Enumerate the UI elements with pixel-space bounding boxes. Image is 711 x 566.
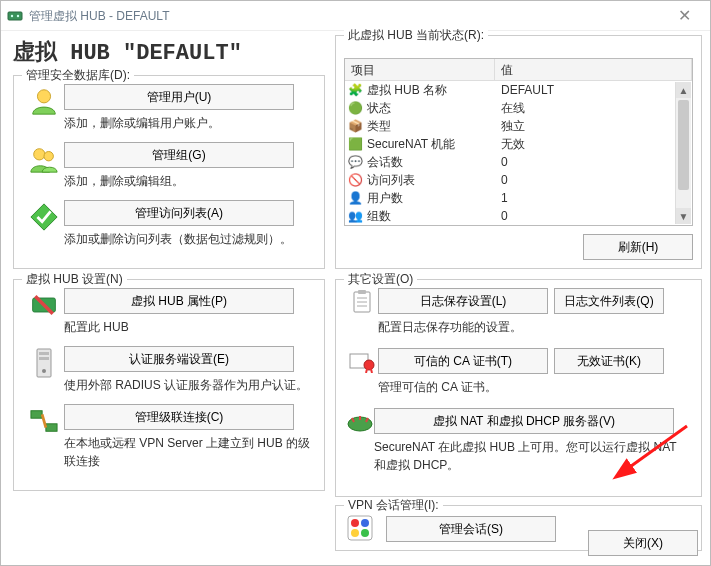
- svg-rect-21: [348, 516, 372, 540]
- status-row[interactable]: 👥组数0: [345, 207, 692, 225]
- status-row-icon: 👥: [345, 207, 365, 225]
- user-icon: [24, 84, 64, 118]
- svg-rect-14: [358, 290, 366, 294]
- svg-point-25: [361, 529, 369, 537]
- status-scrollbar[interactable]: ▲ ▼: [675, 82, 691, 224]
- auth-server-button[interactable]: 认证服务端设置(E): [64, 346, 294, 372]
- status-row-key: 用户数: [365, 189, 495, 207]
- hub-settings-group: 虚拟 HUB 设置(N) 虚拟 HUB 属性(P) 配置此 HUB 认证服务端设…: [13, 279, 325, 491]
- status-row[interactable]: 🟩SecureNAT 机能无效: [345, 135, 692, 153]
- other-settings-label: 其它设置(O): [344, 271, 417, 288]
- status-table: 项目 值 🧩虚拟 HUB 名称DEFAULT🟢状态在线📦类型独立🟩SecureN…: [344, 58, 693, 226]
- scroll-thumb[interactable]: [678, 100, 689, 190]
- col-header-value[interactable]: 值: [495, 59, 692, 80]
- close-button[interactable]: 关闭(X): [588, 530, 698, 556]
- status-row-value: 1: [495, 189, 692, 207]
- status-row[interactable]: 🧩虚拟 HUB 名称DEFAULT: [345, 81, 692, 99]
- scroll-up-button[interactable]: ▲: [676, 82, 691, 98]
- cascade-desc: 在本地或远程 VPN Server 上建立到 HUB 的级联连接: [64, 434, 314, 470]
- virtual-nat-dhcp-desc: SecureNAT 在此虚拟 HUB 上可用。您可以运行虚拟 NAT 和虚拟 D…: [374, 438, 691, 474]
- security-db-label: 管理安全数据库(D):: [22, 67, 134, 84]
- status-label: 此虚拟 HUB 当前状态(R):: [344, 27, 488, 44]
- svg-rect-0: [8, 12, 22, 20]
- status-row[interactable]: 🚫访问列表0: [345, 171, 692, 189]
- log-settings-desc: 配置日志保存功能的设置。: [378, 318, 664, 336]
- status-row-key: 组数: [365, 207, 495, 225]
- status-row-icon: 👤: [345, 189, 365, 207]
- status-row-value: 在线: [495, 99, 692, 117]
- ca-cert-button[interactable]: 可信的 CA 证书(T): [378, 348, 548, 374]
- window-title: 管理虚拟 HUB - DEFAULT: [29, 1, 169, 31]
- vpn-sessions-label: VPN 会话管理(I):: [344, 497, 443, 514]
- svg-point-19: [364, 360, 374, 370]
- group-icon: [24, 142, 64, 176]
- manage-groups-button[interactable]: 管理组(G): [64, 142, 294, 168]
- log-file-list-button[interactable]: 日志文件列表(Q): [554, 288, 664, 314]
- window-close-button[interactable]: ✕: [664, 1, 704, 31]
- status-row-key: 访问列表: [365, 171, 495, 189]
- router-icon: [346, 408, 374, 436]
- status-row-value: 0: [495, 207, 692, 225]
- hub-title: 虚拟 HUB "DEFAULT": [13, 37, 325, 67]
- svg-point-4: [34, 149, 45, 160]
- security-db-group: 管理安全数据库(D): 管理用户(U) 添加，删除或编辑用户账户。 管理组(G)…: [13, 75, 325, 269]
- svg-rect-12: [46, 424, 57, 431]
- status-row[interactable]: 🟢状态在线: [345, 99, 692, 117]
- status-row-icon: 📋: [345, 225, 365, 226]
- checkmark-icon: [24, 200, 64, 234]
- cascade-button[interactable]: 管理级联连接(C): [64, 404, 294, 430]
- svg-rect-11: [31, 411, 42, 418]
- status-row-icon: 🚫: [345, 171, 365, 189]
- status-row-icon: 🟢: [345, 99, 365, 117]
- manage-users-button[interactable]: 管理用户(U): [64, 84, 294, 110]
- svg-point-1: [11, 14, 13, 16]
- svg-rect-9: [39, 357, 49, 360]
- virtual-nat-dhcp-button[interactable]: 虚拟 NAT 和虚拟 DHCP 服务器(V): [374, 408, 674, 434]
- status-row[interactable]: 💬会话数0: [345, 153, 692, 171]
- status-row[interactable]: 📦类型独立: [345, 117, 692, 135]
- svg-point-2: [17, 14, 19, 16]
- svg-point-24: [351, 529, 359, 537]
- hub-properties-desc: 配置此 HUB: [64, 318, 314, 336]
- hub-prop-icon: [24, 288, 64, 322]
- server-icon: [24, 346, 64, 380]
- status-group: 此虚拟 HUB 当前状态(R): 项目 值 🧩虚拟 HUB 名称DEFAULT🟢…: [335, 35, 702, 269]
- status-row-value: 0: [495, 171, 692, 189]
- hub-settings-label: 虚拟 HUB 设置(N): [22, 271, 127, 288]
- invalid-cert-button[interactable]: 无效证书(K): [554, 348, 664, 374]
- manage-acl-button[interactable]: 管理访问列表(A): [64, 200, 294, 226]
- svg-point-10: [42, 369, 46, 373]
- scroll-down-button[interactable]: ▼: [676, 208, 691, 224]
- clipboard-icon: [346, 288, 378, 316]
- manage-acl-desc: 添加或删除访问列表（数据包过滤规则）。: [64, 230, 314, 248]
- svg-point-5: [44, 152, 53, 161]
- svg-point-3: [37, 90, 50, 103]
- sessions-icon: [346, 514, 376, 544]
- status-row-icon: 🟩: [345, 135, 365, 153]
- svg-rect-8: [39, 352, 49, 355]
- svg-point-22: [351, 519, 359, 527]
- status-row-icon: 🧩: [345, 81, 365, 99]
- col-header-item[interactable]: 项目: [345, 59, 495, 80]
- ca-cert-desc: 管理可信的 CA 证书。: [378, 378, 664, 396]
- status-row-key: 状态: [365, 99, 495, 117]
- manage-users-desc: 添加，删除或编辑用户账户。: [64, 114, 314, 132]
- status-row-value: 0: [495, 153, 692, 171]
- status-row-icon: 📦: [345, 117, 365, 135]
- status-row-value: 无效: [495, 135, 692, 153]
- status-row-key: MAC 表数: [365, 225, 495, 226]
- status-row-key: 虚拟 HUB 名称: [365, 81, 495, 99]
- other-settings-group: 其它设置(O) 日志保存设置(L) 日志文件列表(Q) 配置日志保存功能的设置。: [335, 279, 702, 497]
- refresh-button[interactable]: 刷新(H): [583, 234, 693, 260]
- status-row[interactable]: 👤用户数1: [345, 189, 692, 207]
- svg-point-23: [361, 519, 369, 527]
- manage-groups-desc: 添加，删除或编辑组。: [64, 172, 314, 190]
- status-row[interactable]: 📋MAC 表数0: [345, 225, 692, 226]
- status-row-key: 会话数: [365, 153, 495, 171]
- cascade-icon: [24, 404, 64, 438]
- manage-sessions-button[interactable]: 管理会话(S): [386, 516, 556, 542]
- log-settings-button[interactable]: 日志保存设置(L): [378, 288, 548, 314]
- auth-server-desc: 使用外部 RADIUS 认证服务器作为用户认证。: [64, 376, 314, 394]
- status-row-value: DEFAULT: [495, 81, 692, 99]
- hub-properties-button[interactable]: 虚拟 HUB 属性(P): [64, 288, 294, 314]
